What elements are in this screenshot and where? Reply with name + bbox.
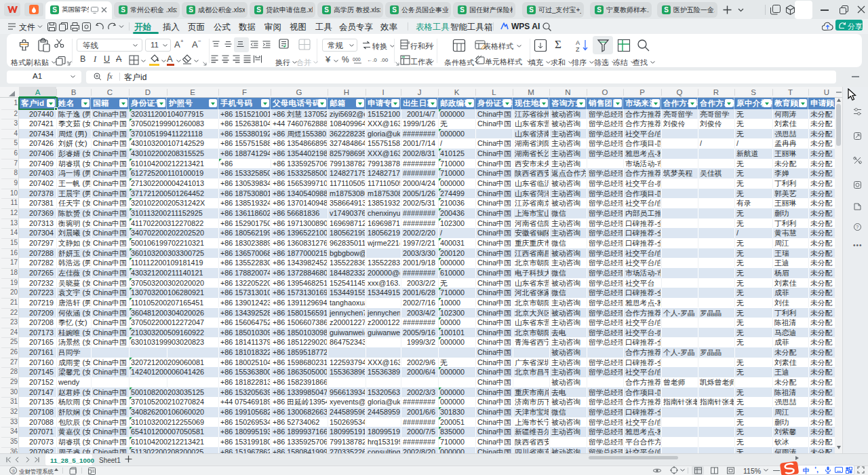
svg-text:Z: Z (576, 46, 580, 52)
svg-text:A: A (576, 39, 580, 46)
svg-text:←.0: ←.0 (367, 57, 377, 63)
svg-text:?: ? (856, 225, 859, 229)
svg-text:业: 业 (12, 469, 16, 473)
svg-text:.00: .00 (380, 57, 389, 63)
svg-text:000: 000 (353, 57, 361, 62)
